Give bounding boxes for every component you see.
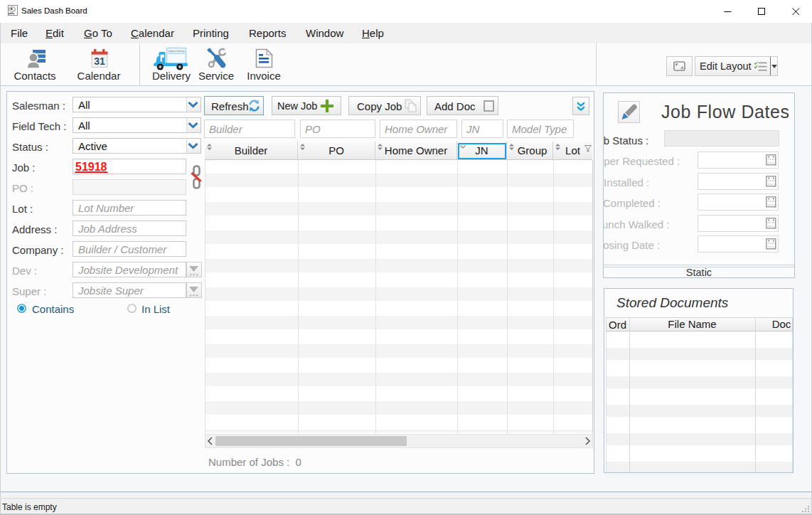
svg-text:31: 31 [94,55,105,67]
svg-text:Cabinet Delivery: Cabinet Delivery [168,50,185,53]
